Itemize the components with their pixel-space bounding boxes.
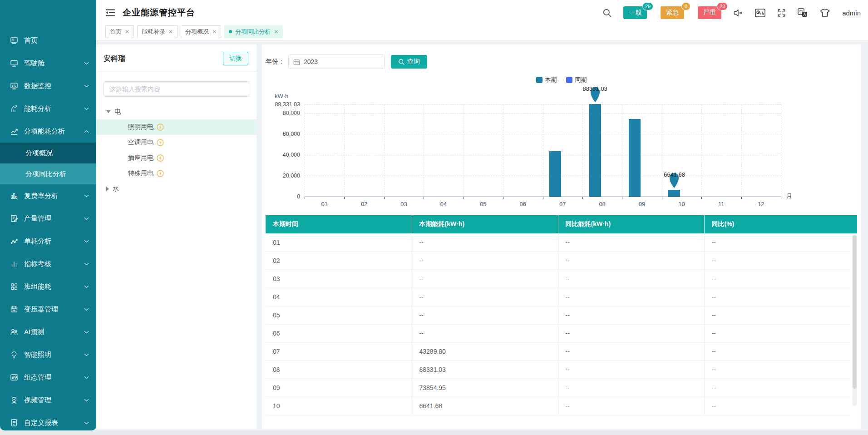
- sidebar-item-变压器管理[interactable]: 变压器管理: [0, 298, 96, 321]
- alarm-badge-label: 一般: [629, 9, 641, 16]
- table-scrollbar-thumb[interactable]: [853, 235, 857, 389]
- sidebar-item-label: 变压器管理: [24, 305, 84, 314]
- tree-panel-title: 安科瑞: [104, 54, 125, 64]
- lightning-icon: [157, 124, 164, 131]
- alarm-badge-urgent[interactable]: 紧急 0: [661, 6, 684, 19]
- sidebar-item-label: 组态管理: [24, 373, 84, 382]
- sidebar-item-指标考核[interactable]: 指标考核: [0, 252, 96, 275]
- alarm-badge-label: 紧急: [666, 9, 679, 16]
- table-header-cap: [850, 215, 857, 233]
- user-menu[interactable]: admin: [842, 9, 861, 17]
- chevron-down-icon: [84, 262, 89, 266]
- tab-首页[interactable]: 首页 ✕: [105, 25, 134, 38]
- caret-expanded-icon[interactable]: [106, 110, 111, 113]
- alarm-badge-general[interactable]: 一般 29: [623, 6, 647, 19]
- sidebar-item-复费率分析[interactable]: 复费率分析: [0, 184, 96, 207]
- data-monitor-icon: [10, 82, 18, 90]
- alarm-badge-severe[interactable]: 严重 23: [698, 6, 721, 19]
- sidebar-item-label: 分项能耗分析: [24, 127, 84, 136]
- x-axis-tick: [701, 197, 702, 199]
- table-cell: --: [412, 270, 558, 288]
- tree-node-水[interactable]: 水: [96, 181, 256, 197]
- tab-分项同比分析[interactable]: 分项同比分析 ✕: [224, 25, 283, 38]
- tab-label: 首页: [110, 28, 122, 36]
- language-icon[interactable]: 中A: [798, 8, 808, 17]
- tab-分项概况[interactable]: 分项概况 ✕: [181, 25, 221, 38]
- sidebar-item-驾驶舱[interactable]: 驾驶舱: [0, 52, 96, 74]
- theme-shirt-icon[interactable]: [819, 8, 830, 17]
- legend-item-本期[interactable]: 本期: [536, 76, 557, 84]
- legend-item-同期[interactable]: 同期: [566, 76, 587, 84]
- tree-node-空调用电[interactable]: 空调用电: [96, 135, 256, 150]
- collapse-menu-icon[interactable]: [105, 9, 115, 17]
- tab-close-icon[interactable]: ✕: [125, 29, 129, 35]
- sidebar-item-智能照明[interactable]: 智能照明: [0, 343, 96, 366]
- comparison-table: 本期时间本期能耗(kW·h)同比能耗(kW·h)同比(%) 01------02…: [266, 215, 850, 415]
- sidebar-item-视频管理[interactable]: 视频管理: [0, 389, 96, 411]
- x-axis-tick: [424, 197, 424, 199]
- x-axis-tick: [781, 197, 781, 199]
- sidebar-item-AI预测[interactable]: AI预测: [0, 321, 96, 343]
- tab-能耗补录[interactable]: 能耗补录 ✕: [137, 25, 178, 38]
- x-tick-label: 09: [622, 201, 661, 208]
- chevron-down-icon: [84, 376, 89, 379]
- sidebar-item-分项能耗分析[interactable]: 分项能耗分析: [0, 120, 96, 143]
- sidebar-item-组态管理[interactable]: 组态管理: [0, 366, 96, 389]
- gridline: [344, 104, 345, 197]
- sidebar-item-首页[interactable]: 首页: [0, 29, 96, 52]
- alarm-count-badge: 29: [642, 2, 653, 10]
- sidebar-subitem-分项同比分析[interactable]: 分项同比分析: [0, 163, 96, 184]
- tree-node-特殊用电[interactable]: 特殊用电: [96, 166, 256, 181]
- sidebar-subitem-分项概况[interactable]: 分项概况: [0, 143, 96, 163]
- transformer-icon: [10, 305, 18, 313]
- tree-node-label: 水: [113, 185, 119, 193]
- tab-close-icon[interactable]: ✕: [168, 29, 173, 35]
- sidebar-item-班组能耗[interactable]: 班组能耗: [0, 275, 96, 298]
- top-header: 企业能源管控平台 一般 29紧急 0严重 23 中A: [96, 0, 868, 25]
- sidebar-item-能耗分析[interactable]: 能耗分析: [0, 97, 96, 120]
- app-window: 首页 驾驶舱 数据监控 能耗分析 分项能耗分析分项概况分项同比分析 复费率分析 …: [0, 0, 868, 435]
- fullscreen-icon[interactable]: [777, 9, 786, 17]
- query-button[interactable]: 查询: [391, 55, 427, 69]
- year-picker[interactable]: 2023: [288, 54, 385, 69]
- table-row: 106641.68----: [266, 397, 850, 415]
- unit-consumption-icon: [10, 237, 18, 245]
- sidebar-item-label: 驾驶舱: [24, 59, 84, 68]
- table-cell: 73854.95: [412, 379, 558, 397]
- bar-09: [629, 119, 641, 197]
- x-tick-label: 08: [582, 201, 622, 208]
- table-cell: --: [558, 379, 704, 397]
- gridline: [622, 104, 622, 197]
- tree-node-照明用电[interactable]: 照明用电: [96, 119, 256, 135]
- tab-close-icon[interactable]: ✕: [212, 29, 217, 35]
- x-tick-label: 03: [384, 201, 424, 208]
- table-cell: --: [558, 306, 704, 324]
- table-row: 02------: [266, 252, 850, 270]
- table-header-cell: 本期时间: [266, 215, 412, 233]
- chevron-down-icon: [84, 308, 89, 311]
- sidebar-item-自定义报表[interactable]: 自定义报表: [0, 411, 96, 430]
- x-axis-tick: [543, 197, 543, 199]
- subentry-analysis-icon: [10, 127, 18, 135]
- caret-collapsed-icon[interactable]: [106, 187, 109, 191]
- chevron-down-icon: [84, 217, 89, 220]
- table-scrollbar[interactable]: [852, 234, 857, 406]
- gridline: [582, 104, 583, 197]
- tree-node-插座用电[interactable]: 插座用电: [96, 150, 256, 166]
- report-screen-icon[interactable]: [755, 9, 765, 17]
- chevron-down-icon: [84, 84, 89, 88]
- tree-node-电[interactable]: 电: [96, 104, 256, 119]
- sidebar-item-数据监控[interactable]: 数据监控: [0, 74, 96, 97]
- mute-icon[interactable]: [733, 9, 743, 17]
- x-tick-label: 06: [503, 201, 542, 208]
- search-icon[interactable]: [602, 8, 612, 17]
- gridline: [424, 104, 424, 197]
- tab-close-icon[interactable]: ✕: [274, 29, 278, 35]
- horizontal-scrollbar[interactable]: [0, 430, 868, 435]
- switch-button[interactable]: 切换: [223, 52, 248, 65]
- sidebar-item-单耗分析[interactable]: 单耗分析: [0, 230, 96, 252]
- year-value: 2023: [304, 58, 318, 65]
- tree-search-input[interactable]: [104, 81, 249, 97]
- alarm-badge-label: 严重: [703, 9, 716, 16]
- sidebar-item-产量管理[interactable]: 产量管理: [0, 207, 96, 230]
